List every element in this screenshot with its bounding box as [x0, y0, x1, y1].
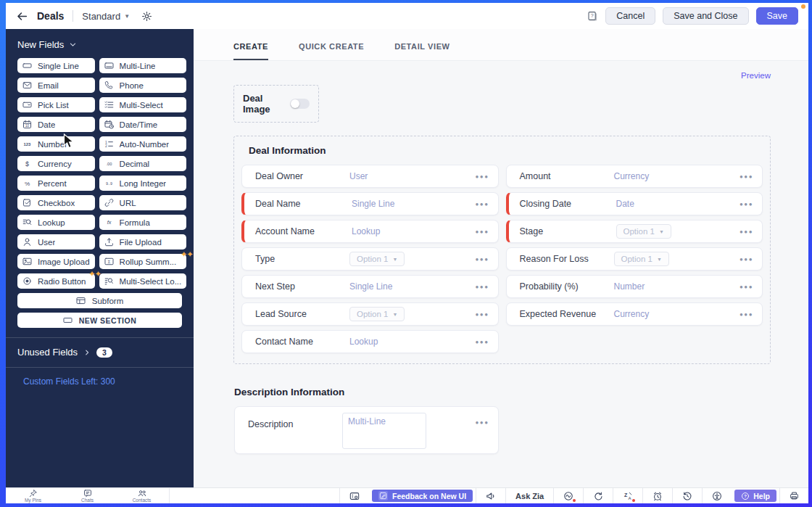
printer-button[interactable]: [779, 488, 808, 503]
field-type-button-phone[interactable]: Phone: [99, 78, 187, 93]
field-type-button-percent[interactable]: %Percent: [17, 176, 95, 191]
field-card-type[interactable]: TypeOption 1▼●●●: [241, 247, 499, 271]
field-type-button-date[interactable]: 10Date: [17, 117, 95, 132]
field-type-button-email[interactable]: Email: [17, 78, 95, 93]
save-button[interactable]: Save: [756, 7, 799, 25]
chats-button[interactable]: Chats: [60, 488, 115, 503]
field-type-label: Lookup: [349, 337, 378, 347]
field-type-button-pick-list[interactable]: Pick List: [17, 97, 95, 112]
field-options-button[interactable]: ●●●: [740, 173, 753, 180]
sync-button[interactable]: [583, 488, 613, 503]
field-type-button-lookup[interactable]: Lookup: [17, 215, 95, 230]
field-options-button[interactable]: ●●●: [476, 228, 489, 235]
layout-selector[interactable]: Standard ▼: [82, 11, 130, 22]
shortcuts-icon[interactable]: ?: [587, 10, 598, 22]
field-card-closing-date[interactable]: Closing DateDate●●●: [506, 192, 763, 215]
field-type-button-multi-select-lo[interactable]: Multi-Select Lo...: [99, 273, 187, 289]
field-card-contact-name[interactable]: Contact NameLookup●●●: [241, 330, 499, 353]
field-card-deal-owner[interactable]: Deal OwnerUser●●●: [241, 165, 499, 188]
field-card-probability[interactable]: Probability (%)Number●●●: [506, 275, 763, 298]
bottombar-item-label: Contacts: [133, 498, 152, 503]
save-and-close-button[interactable]: Save and Close: [663, 7, 748, 25]
field-card-expected-revenue[interactable]: Expected RevenueCurrency●●●: [506, 302, 763, 326]
back-arrow-icon[interactable]: [16, 10, 28, 22]
field-type-button-multi-line[interactable]: Multi-Line: [99, 58, 187, 73]
field-type-button-checkbox[interactable]: Checkbox: [17, 195, 95, 210]
field-card-amount[interactable]: AmountCurrency●●●: [506, 165, 763, 188]
bottombar: My PinsChatsContacts Feedback on New UIA…: [6, 487, 808, 503]
field-type-button-label: Decimal: [120, 160, 150, 168]
field-options-button[interactable]: ●●●: [740, 201, 753, 207]
deal-image-block[interactable]: Deal Image: [233, 85, 319, 123]
field-type-label: User: [349, 171, 368, 181]
field-type-button-file-upload[interactable]: File Upload: [99, 234, 187, 250]
field-type-button-currency[interactable]: $Currency: [17, 156, 95, 171]
toggle-knob: [291, 99, 299, 108]
field-label: Reason For Loss: [520, 254, 589, 264]
subform-button[interactable]: Subform: [17, 293, 182, 308]
field-type-button-date-time[interactable]: Date/Time: [99, 117, 187, 132]
field-type-button-multi-select[interactable]: Multi-Select: [99, 97, 187, 112]
field-type-button-label: Radio Button: [38, 277, 86, 286]
field-type-button-decimal[interactable]: .00Decimal: [99, 156, 187, 171]
window-controls-button[interactable]: [339, 488, 369, 503]
field-type-button-number[interactable]: 123Number: [17, 136, 95, 152]
field-options-button[interactable]: ●●●: [740, 228, 753, 235]
field-card-account-name[interactable]: Account NameLookup●●●: [241, 220, 499, 243]
field-options-button[interactable]: ●●●: [476, 339, 489, 345]
form-canvas: Preview Deal Image Deal Information Deal…: [233, 61, 771, 465]
field-label: Deal Name: [255, 199, 301, 209]
field-type-button-image-upload[interactable]: Image Upload: [17, 254, 95, 269]
field-type-button-long-integer[interactable]: 9..9Long Integer: [99, 176, 187, 191]
multi-line-icon: [104, 61, 115, 70]
field-type-button-rollup-summ[interactable]: ΣRollup Summ...✦✦: [99, 254, 187, 269]
field-options-button[interactable]: ●●●: [740, 256, 753, 263]
my-pins-button[interactable]: My Pins: [6, 488, 60, 503]
field-type-button-url[interactable]: URL: [99, 195, 187, 210]
feedback-button[interactable]: Feedback on New UI: [372, 490, 473, 502]
deal-image-toggle[interactable]: [290, 99, 310, 109]
tab-quick-create[interactable]: QUICK CREATE: [299, 42, 364, 60]
field-card-deal-name[interactable]: Deal NameSingle Line●●●: [241, 192, 499, 215]
tab-detail-view[interactable]: DETAIL VIEW: [394, 42, 450, 60]
announcements-button[interactable]: [476, 488, 505, 503]
topbar-right: ? Cancel Save and Close Save: [587, 7, 798, 25]
field-options-button[interactable]: ●●●: [740, 284, 753, 290]
gear-icon[interactable]: [141, 11, 152, 22]
field-card-reason-for-loss[interactable]: Reason For LossOption 1▼●●●: [506, 247, 763, 271]
new-fields-header[interactable]: New Fields: [17, 39, 182, 50]
unused-fields-row[interactable]: Unused Fields 3: [17, 347, 182, 358]
picklist-value: Option 1: [357, 310, 388, 318]
contacts-button[interactable]: Contacts: [115, 488, 169, 503]
field-options-button[interactable]: ●●●: [476, 311, 489, 318]
field-type-button-formula[interactable]: fxFormula: [99, 215, 187, 230]
field-type-button-label: Email: [38, 81, 59, 90]
accessibility-button[interactable]: [702, 488, 732, 503]
field-type-button-single-line[interactable]: Single Line: [17, 58, 95, 73]
field-type-button-user[interactable]: User: [17, 234, 95, 250]
field-card-stage[interactable]: StageOption 1▼●●●: [506, 220, 763, 243]
signals-button[interactable]: [553, 488, 583, 503]
field-options-button[interactable]: ●●●: [740, 311, 753, 318]
field-card-description[interactable]: DescriptionMulti-Line●●●: [234, 406, 499, 454]
field-options-button[interactable]: ●●●: [476, 284, 489, 290]
field-options-button[interactable]: ●●●: [476, 256, 489, 263]
field-card-lead-source[interactable]: Lead SourceOption 1▼●●●: [241, 302, 499, 326]
field-options-button[interactable]: ●●●: [476, 419, 489, 426]
field-options-button[interactable]: ●●●: [476, 201, 489, 207]
tab-create[interactable]: CREATE: [233, 42, 268, 60]
cancel-button[interactable]: Cancel: [605, 7, 655, 25]
notification-dot: [801, 4, 805, 9]
field-options-button[interactable]: ●●●: [476, 173, 489, 180]
translate-button[interactable]: ZA: [613, 488, 642, 503]
help-button[interactable]: ?Help: [734, 490, 776, 502]
field-type-button-radio-button[interactable]: Radio Button✦✦: [17, 273, 95, 289]
field-column-right: AmountCurrency●●●Closing DateDate●●●Stag…: [506, 165, 763, 326]
reminders-button[interactable]: [642, 488, 672, 503]
new-section-button[interactable]: NEW SECTION: [17, 313, 182, 328]
field-card-next-step[interactable]: Next StepSingle Line●●●: [241, 275, 499, 298]
history-button[interactable]: [672, 488, 702, 503]
preview-link[interactable]: Preview: [741, 71, 771, 80]
field-type-button-auto-number[interactable]: 12Auto-Number: [99, 136, 187, 152]
ask-zia-button[interactable]: Ask Zia: [505, 488, 553, 503]
